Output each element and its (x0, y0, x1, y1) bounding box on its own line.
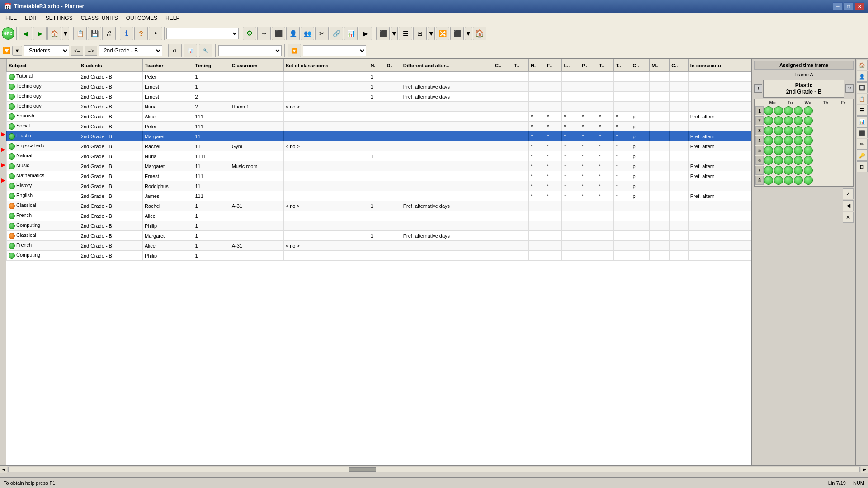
panel-icon-x[interactable]: ✕ (843, 212, 854, 223)
right-icon-8[interactable]: ✏ (857, 139, 868, 150)
tb-btn8[interactable]: 📊 (344, 27, 358, 40)
tb-btn5[interactable]: 👥 (301, 27, 314, 40)
table-row[interactable]: Classical 2nd Grade - B Margaret 1 1 Pre… (7, 231, 751, 241)
tg-cell-5-fr[interactable] (804, 146, 813, 155)
tg-cell-6-we[interactable] (784, 156, 793, 165)
tg-cell-6-th[interactable] (794, 156, 803, 165)
tg-cell-2-we[interactable] (784, 116, 793, 125)
close-button[interactable]: ✕ (854, 2, 864, 10)
tg-cell-4-tu[interactable] (774, 136, 783, 145)
table-row[interactable]: Technology 2nd Grade - B Ernest 1 1 Pref… (7, 82, 751, 92)
print-button[interactable]: 🖨 (102, 27, 116, 40)
cluster-btn3[interactable]: 🔧 (199, 44, 212, 57)
save-button[interactable]: 💾 (88, 27, 101, 40)
tg-cell-2-tu[interactable] (774, 116, 783, 125)
back-button[interactable]: ◀ (19, 27, 32, 40)
right-icon-4[interactable]: 📋 (857, 94, 868, 104)
filter-combo[interactable] (303, 45, 366, 56)
table-row[interactable]: Physical edu 2nd Grade - B Rachel 11 Gym… (7, 141, 751, 151)
scroll-left-btn[interactable]: ◀ (0, 466, 7, 473)
tb-btn14[interactable]: ▼ (428, 27, 435, 40)
table-row[interactable]: Music 2nd Grade - B Margaret 11 Music ro… (7, 161, 751, 171)
tg-cell-8-we[interactable] (784, 176, 793, 185)
right-icon-5[interactable]: ☰ (857, 105, 868, 116)
tb-btn9[interactable]: ▶ (359, 27, 372, 40)
h-scrollbar[interactable]: ◀ ▶ (0, 465, 868, 473)
scroll-right-btn[interactable]: ▶ (861, 466, 868, 473)
tb-btn7[interactable]: 🔗 (330, 27, 343, 40)
tg-cell-5-tu[interactable] (774, 146, 783, 155)
tb-btn6[interactable]: ✂ (315, 27, 329, 40)
cluster-btn1[interactable]: ⚙ (168, 44, 182, 57)
tb-btn2[interactable]: → (257, 27, 271, 40)
tg-cell-3-we[interactable] (784, 126, 793, 135)
wizard-button[interactable]: ✦ (149, 27, 162, 40)
tb-btn1[interactable]: ⚙ (243, 27, 256, 40)
nav-next-button[interactable]: => (85, 46, 97, 56)
right-icon-10[interactable]: ⊞ (857, 161, 868, 172)
table-row[interactable]: Plastic 2nd Grade - B Margaret 11 * * * … (7, 131, 751, 141)
table-row[interactable]: Spanish 2nd Grade - B Alice 111 * * * * … (7, 112, 751, 122)
exclaim-button[interactable]: ! (754, 84, 762, 93)
table-row[interactable]: Mathematics 2nd Grade - B Ernest 111 * *… (7, 171, 751, 181)
table-row[interactable]: Tutorial 2nd Grade - B Peter 1 1 (7, 72, 751, 82)
tg-cell-8-tu[interactable] (774, 176, 783, 185)
table-row[interactable]: Computing 2nd Grade - B Philip 1 (7, 251, 751, 261)
tg-cell-1-we[interactable] (784, 106, 793, 115)
students-dropdown[interactable]: Students (24, 45, 69, 56)
table-row[interactable]: Computing 2nd Grade - B Philip 1 (7, 221, 751, 231)
table-row[interactable]: History 2nd Grade - B Rodolphus 11 * * *… (7, 181, 751, 191)
tg-cell-4-fr[interactable] (804, 136, 813, 145)
right-icon-3[interactable]: 🔲 (857, 82, 868, 93)
tb-home2[interactable]: 🏠 (473, 27, 486, 40)
tb-btn4[interactable]: 👤 (286, 27, 300, 40)
tg-cell-2-mo[interactable] (764, 116, 773, 125)
cluster-btn2[interactable]: 📊 (184, 44, 197, 57)
panel-icon-check[interactable]: ✓ (843, 188, 854, 199)
scroll-track[interactable] (8, 467, 860, 472)
right-icon-1[interactable]: 🏠 (857, 60, 868, 70)
filter-button[interactable]: ▼ (12, 46, 22, 56)
table-row[interactable]: English 2nd Grade - B James 111 * * * * … (7, 191, 751, 201)
table-row[interactable]: French 2nd Grade - B Alice 1 A-31 < no > (7, 241, 751, 251)
tg-cell-3-th[interactable] (794, 126, 803, 135)
table-row[interactable]: Classical 2nd Grade - B Rachel 1 A-31 < … (7, 201, 751, 211)
nav-prev-button[interactable]: <= (71, 46, 83, 56)
menu-file[interactable]: FILE (2, 14, 20, 22)
tg-cell-3-tu[interactable] (774, 126, 783, 135)
help-button[interactable]: ? (134, 27, 148, 40)
tg-cell-1-mo[interactable] (764, 106, 773, 115)
tg-cell-3-fr[interactable] (804, 126, 813, 135)
tg-cell-5-th[interactable] (794, 146, 803, 155)
toolbar-combo1[interactable] (218, 45, 282, 56)
filter-btn2[interactable]: 🔽 (288, 44, 301, 57)
maximize-button[interactable]: □ (844, 2, 854, 10)
right-icon-7[interactable]: ⬛ (857, 127, 868, 138)
menu-class-units[interactable]: CLASS_UNITS (77, 14, 122, 22)
toolbar-dropdown1[interactable] (166, 28, 239, 39)
tg-cell-4-th[interactable] (794, 136, 803, 145)
tb-btn10[interactable]: ⬛ (376, 27, 390, 40)
right-icon-9[interactable]: 🔑 (857, 150, 868, 161)
tb-btn16[interactable]: ⬛ (450, 27, 464, 40)
tg-cell-1-th[interactable] (794, 106, 803, 115)
tg-cell-5-we[interactable] (784, 146, 793, 155)
copy-button[interactable]: 📋 (73, 27, 87, 40)
scroll-thumb[interactable] (349, 467, 376, 472)
tg-cell-3-mo[interactable] (764, 126, 773, 135)
tg-cell-1-tu[interactable] (774, 106, 783, 115)
menu-help[interactable]: HELP (162, 14, 183, 22)
tg-cell-4-mo[interactable] (764, 136, 773, 145)
tg-cell-6-tu[interactable] (774, 156, 783, 165)
table-container[interactable]: Subject Students Teacher Timing Classroo… (6, 59, 751, 465)
tg-cell-7-tu[interactable] (774, 166, 783, 175)
tb-btn13[interactable]: ⊞ (413, 27, 427, 40)
tg-cell-7-we[interactable] (784, 166, 793, 175)
tg-cell-7-th[interactable] (794, 166, 803, 175)
home-dropdown[interactable]: ▼ (62, 27, 69, 40)
right-icon-2[interactable]: 👤 (857, 71, 868, 82)
table-row[interactable]: Social 2nd Grade - B Peter 111 * * * * *… (7, 122, 751, 131)
table-row[interactable]: Technology 2nd Grade - B Ernest 2 1 Pref… (7, 92, 751, 102)
table-row[interactable]: French 2nd Grade - B Alice 1 (7, 211, 751, 221)
tg-cell-8-th[interactable] (794, 176, 803, 185)
